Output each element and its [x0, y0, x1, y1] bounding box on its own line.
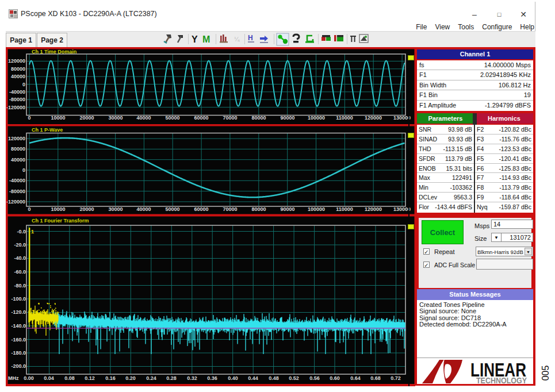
- svg-text:60000: 60000: [194, 206, 208, 212]
- svg-text:-180.0: -180.0: [11, 350, 26, 356]
- svg-text:H: H: [248, 34, 253, 42]
- svg-text:-60.0: -60.0: [14, 269, 26, 275]
- svg-text:0.00: 0.00: [24, 375, 34, 381]
- svg-text:-80000: -80000: [9, 97, 25, 102]
- svg-text:-120.0: -120.0: [11, 309, 26, 315]
- svg-text:100000: 100000: [308, 115, 325, 121]
- svg-text:0.72: 0.72: [391, 375, 401, 381]
- svg-text:-120000: -120000: [6, 199, 25, 205]
- svg-text:130000: 130000: [393, 206, 411, 212]
- svg-text:50000: 50000: [165, 206, 179, 212]
- svg-text:10000: 10000: [51, 206, 65, 212]
- svg-text:0: 0: [22, 167, 25, 173]
- svg-text:80000: 80000: [11, 146, 25, 152]
- svg-text:120000: 120000: [8, 58, 25, 64]
- svg-text:-120000: -120000: [6, 105, 25, 110]
- svg-text:0.16: 0.16: [105, 375, 116, 381]
- svg-text:20000: 20000: [79, 115, 94, 121]
- svg-text:0.20: 0.20: [125, 375, 136, 381]
- svg-text:-0.0: -0.0: [17, 229, 26, 235]
- svg-text:¼: ¼: [234, 36, 240, 43]
- svg-text:0.64: 0.64: [350, 375, 361, 381]
- svg-text:40000: 40000: [136, 206, 151, 212]
- svg-text:100000: 100000: [308, 206, 325, 212]
- svg-text:120000: 120000: [365, 206, 382, 212]
- svg-text:-20.0: -20.0: [14, 242, 26, 248]
- svg-text:110000: 110000: [336, 206, 353, 212]
- svg-text:30000: 30000: [108, 206, 123, 212]
- svg-text:130000: 130000: [393, 115, 411, 121]
- svg-text:M: M: [202, 34, 210, 44]
- svg-text:0.28: 0.28: [166, 375, 177, 381]
- svg-text:MHz: MHz: [8, 375, 19, 381]
- svg-text:90000: 90000: [280, 206, 294, 212]
- svg-text:120000: 120000: [8, 136, 25, 141]
- svg-text:0.44: 0.44: [248, 375, 258, 381]
- svg-text:0.60: 0.60: [330, 375, 340, 381]
- svg-text:0.56: 0.56: [309, 375, 320, 381]
- svg-text:40000: 40000: [11, 74, 25, 79]
- svg-text:0: 0: [28, 115, 30, 121]
- svg-text:-100.0: -100.0: [11, 296, 26, 302]
- svg-text:120000: 120000: [365, 115, 382, 121]
- svg-text:-80000: -80000: [9, 189, 25, 194]
- svg-text:0.12: 0.12: [85, 375, 95, 381]
- svg-text:80000: 80000: [251, 115, 266, 121]
- svg-text:0.32: 0.32: [187, 375, 197, 381]
- svg-text:TECHNOLOGY: TECHNOLOGY: [476, 375, 527, 385]
- svg-text:30000: 30000: [108, 115, 123, 121]
- svg-text:-200.0: -200.0: [11, 363, 26, 369]
- svg-text:70000: 70000: [223, 206, 237, 212]
- svg-text:-40000: -40000: [9, 89, 25, 95]
- svg-text:60000: 60000: [194, 115, 208, 121]
- svg-text:70000: 70000: [223, 115, 237, 121]
- svg-text:40000: 40000: [136, 115, 151, 121]
- svg-text:1: 1: [31, 229, 34, 235]
- svg-text:0.24: 0.24: [146, 375, 156, 381]
- svg-text:0.08: 0.08: [64, 375, 75, 381]
- svg-text:50000: 50000: [165, 115, 179, 121]
- svg-text:-80.0: -80.0: [14, 283, 26, 289]
- svg-text:Y: Y: [192, 34, 198, 44]
- svg-text:40000: 40000: [11, 157, 25, 163]
- svg-text:-160.0: -160.0: [11, 337, 26, 343]
- svg-text:0.48: 0.48: [269, 375, 279, 381]
- svg-text:10000: 10000: [51, 115, 65, 121]
- svg-text:0: 0: [28, 206, 30, 212]
- svg-text:0.40: 0.40: [228, 375, 238, 381]
- svg-text:90000: 90000: [280, 115, 294, 121]
- svg-text:0.68: 0.68: [370, 375, 381, 381]
- svg-text:20000: 20000: [79, 206, 94, 212]
- svg-text:-40000: -40000: [9, 178, 25, 183]
- svg-text:0.04: 0.04: [44, 375, 54, 381]
- svg-text:0.52: 0.52: [289, 375, 299, 381]
- svg-text:0: 0: [22, 82, 25, 87]
- svg-text:-40.0: -40.0: [14, 255, 26, 261]
- svg-text:-140.0: -140.0: [11, 323, 26, 329]
- svg-text:80000: 80000: [251, 206, 266, 212]
- svg-text:Ch 1 Fourier Transform: Ch 1 Fourier Transform: [32, 218, 89, 224]
- svg-text:80000: 80000: [11, 66, 25, 72]
- svg-text:110000: 110000: [336, 115, 353, 121]
- svg-text:Ch 1 P-Wave: Ch 1 P-Wave: [32, 127, 63, 133]
- svg-text:0.36: 0.36: [207, 375, 217, 381]
